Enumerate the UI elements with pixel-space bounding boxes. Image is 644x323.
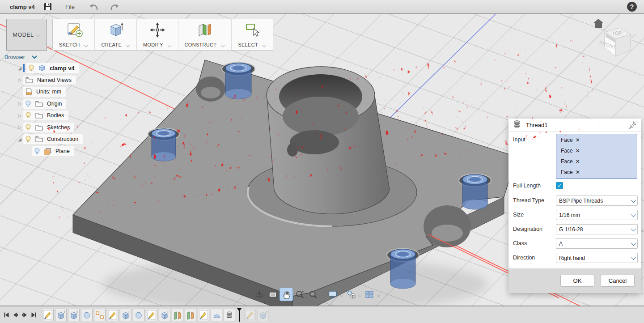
browser-item-label[interactable]: Named Views — [37, 77, 72, 83]
browser-item-origin[interactable]: ▷Origin — [16, 98, 66, 109]
viewcube[interactable]: TOP FRONT RIGHT — [587, 18, 637, 68]
browser-item-clamp-v4[interactable]: ◢clamp v4 — [16, 63, 79, 73]
viewports-button[interactable] — [363, 288, 376, 301]
sketch-feature-icon[interactable] — [42, 309, 54, 321]
remove-face-icon[interactable]: ✕ — [576, 137, 580, 143]
zoom-button[interactable]: ± — [293, 288, 306, 301]
undo-icon[interactable] — [88, 2, 99, 13]
revolve-feature-icon[interactable] — [211, 309, 222, 321]
redo-icon[interactable] — [109, 2, 121, 13]
help-icon[interactable]: ? — [627, 2, 637, 12]
class-select[interactable]: A — [556, 238, 638, 249]
input-face-row[interactable]: Face✕ — [558, 156, 635, 167]
step-forward-icon[interactable] — [21, 310, 29, 319]
designation-select[interactable]: G 1/16-28 — [556, 224, 638, 234]
remove-face-icon[interactable]: ✕ — [576, 148, 580, 154]
timeline-position-marker[interactable] — [237, 308, 242, 322]
skip-to-start-icon[interactable] — [3, 310, 11, 319]
browser-item-label[interactable]: Origin — [47, 101, 62, 107]
input-face-row[interactable]: Face✕ — [558, 135, 635, 145]
chamfer-feature-icon[interactable] — [133, 309, 144, 321]
file-menu[interactable]: File — [65, 4, 75, 10]
browser-item-label[interactable]: Units: mm — [36, 89, 61, 95]
chevron-down-icon[interactable] — [358, 293, 362, 297]
orbit-button[interactable] — [253, 288, 266, 301]
expanded-arrow-icon[interactable]: ◢ — [16, 66, 23, 71]
size-select[interactable]: 1/16 mm — [556, 210, 638, 220]
direction-select[interactable]: Right hand — [556, 253, 638, 263]
sketch-feature-icon[interactable] — [198, 309, 209, 321]
browser-item-label[interactable]: Plane — [55, 148, 70, 154]
sketch-feature-icon[interactable] — [244, 309, 256, 321]
extrude-feature-icon[interactable] — [120, 309, 131, 321]
thread-feature-icon[interactable] — [224, 309, 235, 321]
look-at-button[interactable] — [267, 288, 279, 301]
viewcube-right-label[interactable]: RIGHT — [629, 30, 637, 39]
pin-icon[interactable] — [628, 120, 637, 129]
chevron-down-icon[interactable] — [126, 43, 130, 47]
chevron-down-icon[interactable] — [221, 43, 225, 47]
remove-face-icon[interactable]: ✕ — [576, 169, 580, 175]
remove-face-icon[interactable]: ✕ — [576, 158, 580, 165]
mirror-feature-icon[interactable] — [172, 309, 183, 321]
sketch-group[interactable]: SKETCH — [53, 19, 95, 50]
chevron-down-icon[interactable] — [263, 43, 267, 47]
cancel-button[interactable]: Cancel — [601, 275, 635, 287]
chevron-down-icon[interactable] — [168, 43, 172, 47]
collapsed-arrow-icon[interactable]: ▷ — [16, 125, 23, 130]
project-feature-icon[interactable] — [94, 309, 106, 321]
chamfer-feature-icon[interactable] — [81, 309, 93, 321]
skip-to-end-icon[interactable] — [30, 310, 38, 319]
ok-button[interactable]: OK — [560, 275, 594, 287]
browser-item-sketches[interactable]: ▷Sketches — [16, 122, 74, 133]
chevron-down-icon[interactable] — [377, 293, 381, 297]
select-group[interactable]: SELECT — [232, 19, 273, 50]
home-icon[interactable] — [593, 19, 604, 28]
visibility-bulb-icon[interactable] — [25, 135, 31, 143]
save-icon[interactable] — [43, 2, 53, 12]
browser-item-plane[interactable]: Plane — [25, 146, 74, 157]
browser-item-label[interactable]: Sketches — [47, 124, 70, 131]
extrude-feature-icon[interactable] — [68, 309, 80, 321]
extrude-feature-icon[interactable] — [159, 309, 170, 321]
visibility-bulb-icon[interactable] — [28, 64, 34, 72]
browser-item-label[interactable]: Construction — [47, 136, 78, 142]
browser-header[interactable]: Browser — [4, 54, 38, 60]
collapsed-arrow-icon[interactable]: ▷ — [16, 113, 23, 118]
collapsed-arrow-icon[interactable]: ▷ — [16, 101, 23, 106]
browser-item-label[interactable]: clamp v4 — [50, 65, 75, 72]
visibility-bulb-icon[interactable] — [25, 100, 31, 108]
step-back-icon[interactable] — [12, 310, 20, 319]
visibility-bulb-icon[interactable] — [25, 123, 31, 132]
pan-button[interactable] — [280, 288, 292, 301]
visibility-bulb-icon[interactable] — [25, 111, 31, 119]
browser-item-units-mm[interactable]: Units: mm — [16, 86, 66, 97]
browser-item-construction[interactable]: ◢Construction — [16, 134, 83, 144]
workspace-selector[interactable]: MODEL — [6, 19, 47, 51]
browser-item-label[interactable]: Bodies — [47, 112, 64, 119]
display-settings-button[interactable] — [326, 288, 339, 301]
visual-style-button[interactable] — [345, 288, 357, 301]
chevron-down-icon[interactable] — [340, 293, 344, 297]
collapsed-arrow-icon[interactable]: ▷ — [16, 77, 23, 82]
sketch-feature-icon[interactable] — [146, 309, 157, 321]
full-length-checkbox[interactable]: ✓ — [556, 182, 563, 189]
modify-group[interactable]: MODIFY — [137, 19, 178, 50]
visibility-bulb-icon[interactable] — [34, 147, 40, 155]
input-face-row[interactable]: Face✕ — [558, 167, 635, 178]
viewcube-top-label[interactable]: TOP — [612, 30, 622, 36]
mirror-feature-icon[interactable] — [185, 309, 196, 321]
sketch-feature-icon[interactable] — [107, 309, 119, 321]
collapse-chevron-icon[interactable] — [31, 55, 38, 60]
extrude-feature-icon[interactable] — [55, 309, 67, 321]
construct-group[interactable]: CONSTRUCT — [178, 19, 232, 50]
expanded-arrow-icon[interactable]: ◢ — [16, 137, 23, 142]
thread-type-select[interactable]: BSP Pipe Threads — [556, 196, 638, 206]
create-group[interactable]: CREATE — [95, 19, 137, 50]
dialog-header[interactable]: Thread1 — [508, 119, 641, 132]
input-face-row[interactable]: Face✕ — [558, 145, 635, 156]
zoom-window-button[interactable] — [307, 288, 319, 301]
extrude-feature-icon[interactable] — [257, 309, 269, 321]
chevron-down-icon[interactable] — [84, 43, 88, 47]
browser-item-named-views[interactable]: ▷Named Views — [16, 75, 76, 85]
